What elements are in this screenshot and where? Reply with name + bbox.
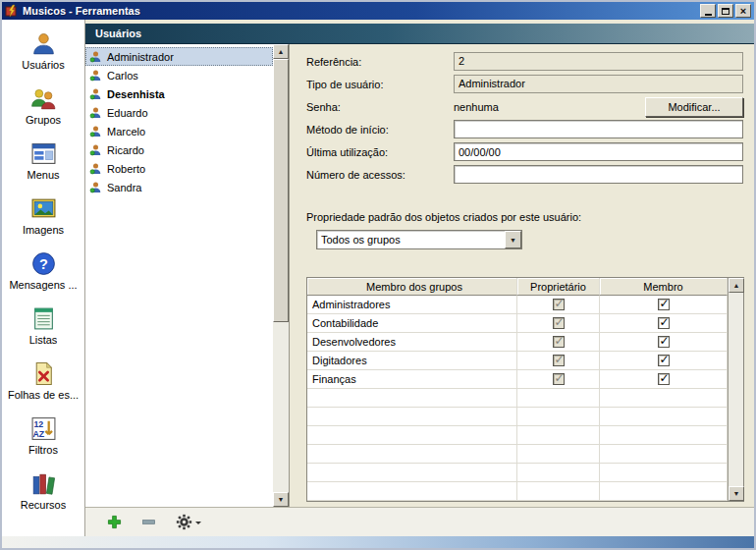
- remove-user-button[interactable]: [137, 512, 159, 533]
- filters-icon: 12AZ: [30, 415, 57, 442]
- scroll-up-button[interactable]: [273, 44, 289, 59]
- minimize-button[interactable]: [700, 4, 716, 18]
- scroll-down-button[interactable]: [273, 492, 289, 507]
- senha-value: nenhuma: [454, 101, 645, 113]
- sidebar-item-folhas-de-estilo[interactable]: Folhas de es...: [2, 360, 84, 415]
- grupo-padrao-combobox[interactable]: Todos os grupos: [316, 230, 522, 249]
- user-item-label: Desenhista: [107, 88, 165, 100]
- window-title: Musicos - Ferramentas: [23, 5, 700, 17]
- group-name-cell: Contabilidade: [307, 314, 517, 332]
- page-title: Usuários: [95, 28, 141, 39]
- user-list-item[interactable]: Sandra: [85, 178, 273, 196]
- tipo-usuario-field: Administrador: [454, 75, 743, 93]
- table-row-empty: [307, 445, 728, 464]
- table-row: Administradores: [307, 296, 728, 314]
- table-row: Desenvolvedores: [307, 333, 728, 352]
- table-scrollbar[interactable]: [728, 278, 743, 501]
- combobox-value: Todos os grupos: [317, 231, 505, 248]
- main-panel: Usuários Administrador Carlos Desenh: [85, 20, 754, 536]
- user-item-label: Roberto: [107, 163, 145, 175]
- member-checkbox[interactable]: [658, 299, 670, 310]
- owner-cell: [517, 352, 600, 369]
- sidebar-item-menus[interactable]: Menus: [2, 140, 84, 195]
- member-cell: [600, 352, 728, 369]
- user-list: Administrador Carlos Desenhista Eduardo: [85, 44, 290, 507]
- table-row-empty: [307, 482, 728, 501]
- svg-text:12: 12: [33, 419, 43, 429]
- group-name-cell: Digitadores: [307, 352, 517, 369]
- plus-icon: [107, 515, 122, 529]
- images-icon: [30, 195, 57, 222]
- actions-menu-button[interactable]: [172, 512, 205, 533]
- metodo-inicio-label: Método de início:: [306, 124, 454, 136]
- resources-icon: [30, 470, 57, 497]
- owner-checkbox[interactable]: [553, 317, 565, 329]
- owner-checkbox[interactable]: [553, 336, 565, 348]
- group-name-cell: Administradores: [307, 296, 517, 313]
- sidebar-item-listas[interactable]: Listas: [2, 305, 84, 360]
- member-checkbox[interactable]: [658, 355, 670, 366]
- sidebar-item-grupos[interactable]: Grupos: [2, 85, 84, 140]
- app-window: Musicos - Ferramentas Usuários Grupos Me…: [0, 0, 756, 550]
- table-row-empty: [307, 464, 728, 482]
- scroll-thumb[interactable]: [273, 59, 289, 322]
- user-list-item[interactable]: Ricardo: [85, 140, 273, 159]
- sidebar-item-imagens[interactable]: Imagens: [2, 195, 84, 250]
- owner-cell: [517, 314, 600, 332]
- table-scroll-up-button[interactable]: [729, 278, 744, 293]
- member-checkbox[interactable]: [658, 317, 670, 329]
- combobox-arrow-button[interactable]: [505, 231, 521, 248]
- owner-checkbox[interactable]: [553, 299, 565, 310]
- sidebar-item-label: Recursos: [21, 499, 66, 511]
- user-item-label: Marcelo: [107, 126, 145, 138]
- table-scroll-down-button[interactable]: [729, 486, 744, 501]
- close-button[interactable]: [735, 4, 751, 18]
- member-checkbox[interactable]: [658, 373, 670, 385]
- user-list-item[interactable]: Carlos: [85, 66, 273, 84]
- section-header: Usuários: [85, 24, 754, 44]
- propriedade-padrao-label: Propriedade padrão dos objetos criados p…: [306, 211, 581, 223]
- bottom-gradient-strip: [2, 536, 754, 548]
- table-row: Finanças: [307, 370, 728, 389]
- user-item-label: Ricardo: [107, 144, 144, 156]
- member-cell: [600, 333, 728, 351]
- ultima-utilizacao-input[interactable]: [454, 142, 743, 161]
- person-icon: [89, 87, 102, 100]
- user-list-item[interactable]: Roberto: [85, 159, 273, 178]
- svg-text:?: ?: [39, 256, 48, 272]
- member-checkbox[interactable]: [658, 336, 670, 348]
- table-row-empty: [307, 389, 728, 408]
- metodo-inicio-input[interactable]: [454, 120, 743, 138]
- maximize-button[interactable]: [718, 4, 733, 18]
- user-list-item[interactable]: Desenhista: [85, 84, 273, 103]
- sidebar-item-usuarios[interactable]: Usuários: [2, 30, 84, 85]
- sidebar-item-label: Mensagens ...: [9, 279, 77, 291]
- owner-checkbox[interactable]: [553, 355, 565, 366]
- user-list-scrollbar[interactable]: [273, 44, 289, 507]
- user-list-item[interactable]: Administrador: [85, 47, 273, 66]
- person-icon: [89, 69, 102, 82]
- user-item-label: Carlos: [107, 70, 138, 82]
- sidebar: Usuários Grupos Menus Imagens ? Mensagen…: [2, 20, 85, 536]
- sidebar-item-label: Usuários: [22, 59, 64, 71]
- table-row-empty: [307, 426, 728, 445]
- sidebar-item-recursos[interactable]: Recursos: [2, 470, 84, 525]
- user-list-item[interactable]: Eduardo: [85, 103, 273, 122]
- ultima-utilizacao-label: Última utilização:: [306, 146, 454, 158]
- numero-acessos-input[interactable]: [454, 165, 743, 184]
- add-user-button[interactable]: [103, 512, 125, 533]
- sidebar-item-filtros[interactable]: 12AZ Filtros: [2, 415, 84, 470]
- sidebar-item-mensagens[interactable]: ? Mensagens ...: [2, 250, 84, 305]
- modificar-button[interactable]: Modificar...: [645, 97, 743, 117]
- owner-checkbox[interactable]: [553, 373, 565, 385]
- minus-icon: [141, 515, 156, 529]
- owner-cell: [517, 333, 600, 351]
- stylesheets-icon: [30, 360, 57, 387]
- user-item-label: Eduardo: [107, 107, 148, 119]
- sidebar-item-label: Listas: [29, 334, 58, 346]
- titlebar[interactable]: Musicos - Ferramentas: [2, 2, 754, 20]
- senha-label: Senha:: [306, 101, 454, 113]
- sidebar-item-label: Menus: [27, 169, 59, 181]
- user-list-item[interactable]: Marcelo: [85, 122, 273, 140]
- person-icon: [89, 50, 102, 63]
